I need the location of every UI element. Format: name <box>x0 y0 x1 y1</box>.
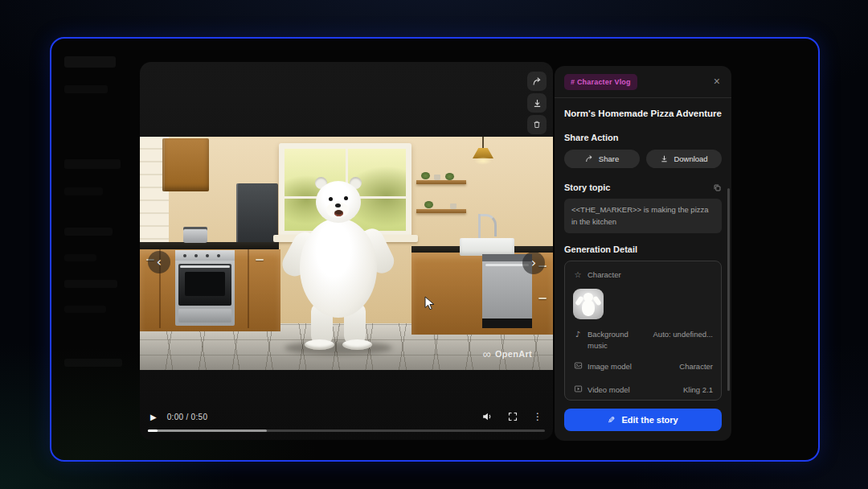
video-player-card: ‹ › ∞ OpenArt ▶ 0:00 / 0:50 <box>140 62 553 440</box>
download-icon <box>660 154 669 163</box>
music-note-icon: ♪ <box>573 329 583 341</box>
shelf-plant <box>421 172 430 179</box>
bear-foot <box>342 339 372 350</box>
image-model-value: Character <box>679 361 713 372</box>
panel-scrollbar[interactable] <box>727 188 730 391</box>
bear-eye <box>344 196 348 200</box>
oven-window <box>185 272 225 296</box>
video-model-row: Video model Kling 2.1 <box>573 384 713 397</box>
dimmed-item <box>64 359 122 367</box>
copy-icon <box>713 183 722 192</box>
story-topic-label: Story topic <box>564 183 610 192</box>
stove-knob <box>217 254 220 257</box>
delete-video-button[interactable] <box>527 115 547 134</box>
volume-icon <box>481 411 493 422</box>
edit-story-label: Edit the story <box>621 415 678 425</box>
video-frame[interactable]: ‹ › ∞ OpenArt <box>140 137 553 370</box>
dimmed-item <box>64 187 103 195</box>
thumb-bear-head <box>583 293 593 302</box>
next-video-button[interactable]: › <box>522 252 545 274</box>
kitchen-shelf <box>416 180 466 184</box>
fullscreen-button[interactable] <box>508 412 518 421</box>
share-button[interactable]: Share <box>564 150 640 168</box>
dimmed-logo <box>64 56 116 68</box>
details-panel: # Character Vlog × Norm's Homemade Pizza… <box>555 66 731 441</box>
dishwasher-kickplate <box>482 318 532 328</box>
copy-topic-button[interactable] <box>713 183 722 192</box>
background-music-value: Auto: undefined... <box>653 329 713 340</box>
download-button-label: Download <box>674 154 707 163</box>
faucet-neck <box>481 214 497 236</box>
bear-nose <box>335 203 341 208</box>
bear-mouth <box>334 210 343 216</box>
image-model-row: Image model Character <box>573 361 713 374</box>
bear-body <box>300 218 377 318</box>
character-label: Character <box>588 269 621 281</box>
close-button[interactable]: × <box>712 74 722 88</box>
prev-video-button[interactable]: ‹ <box>148 251 170 273</box>
stove-knob <box>194 254 198 257</box>
stove-knob <box>206 254 209 257</box>
time-display: 0:00 / 0:50 <box>167 413 208 421</box>
thumb-bear-body <box>582 300 595 316</box>
watermark-text: OpenArt <box>495 349 532 359</box>
pendant-lamp-glow <box>474 157 492 165</box>
share-icon <box>532 76 542 87</box>
star-icon: ☆ <box>573 269 583 281</box>
share-action-label: Share Action <box>564 133 618 142</box>
edit-story-button[interactable]: ✎ Edit the story <box>564 409 722 431</box>
download-icon <box>532 98 542 109</box>
story-topic-heading: Story topic <box>564 183 722 192</box>
dimmed-item <box>64 228 113 236</box>
character-row: ☆ Character <box>573 269 713 281</box>
download-button[interactable]: Download <box>646 150 722 168</box>
player-controls: ▶ 0:00 / 0:50 ⋮ <box>140 410 553 423</box>
dimmed-item <box>64 159 121 169</box>
generation-detail-heading: Generation Detail <box>564 244 722 254</box>
farmhouse-sink <box>460 238 514 256</box>
image-model-label: Image model <box>588 361 632 372</box>
cabinet-handle <box>538 298 547 299</box>
stove-knob <box>183 254 186 257</box>
download-video-button[interactable] <box>527 93 547 113</box>
openart-watermark: ∞ OpenArt <box>483 349 532 359</box>
more-options-button[interactable]: ⋮ <box>533 411 542 422</box>
modal-container: ‹ › ∞ OpenArt ▶ 0:00 / 0:50 <box>50 37 820 462</box>
pendant-lamp <box>482 137 484 149</box>
dimmed-item <box>64 280 117 288</box>
character-thumbnail[interactable] <box>573 289 604 319</box>
page-background: ‹ › ∞ OpenArt ▶ 0:00 / 0:50 <box>0 0 868 489</box>
category-badge: # Character Vlog <box>564 74 637 90</box>
generation-detail-label: Generation Detail <box>564 244 637 254</box>
fullscreen-icon <box>508 412 518 421</box>
dimmed-item <box>64 306 106 313</box>
video-model-icon <box>573 384 583 397</box>
progress-buffered <box>148 429 267 432</box>
kitchen-appliance <box>236 183 278 244</box>
openart-logo-icon: ∞ <box>483 350 491 358</box>
kitchen-upper-cabinet <box>162 138 209 191</box>
share-video-button[interactable] <box>527 72 547 91</box>
player-controls-right: ⋮ <box>481 411 542 422</box>
progress-played <box>148 429 158 432</box>
shelf-plant <box>445 173 454 180</box>
volume-button[interactable] <box>481 411 493 422</box>
video-model-value: Kling 2.1 <box>683 384 713 396</box>
background-music-label: Background music <box>588 329 647 351</box>
trash-icon <box>532 120 542 129</box>
progress-bar[interactable] <box>148 429 545 432</box>
oven-door <box>178 264 231 306</box>
share-action-row: Share Download <box>564 150 722 168</box>
cooking-pot <box>183 227 207 243</box>
bear-eye <box>329 197 333 201</box>
share-action-heading: Share Action <box>564 133 722 142</box>
video-model-label: Video model <box>588 384 630 396</box>
dimmed-item <box>64 85 108 93</box>
share-icon <box>585 154 594 163</box>
play-button[interactable]: ▶ <box>150 413 157 421</box>
dimmed-item <box>64 254 96 261</box>
polar-bear-character <box>294 181 383 354</box>
cabinet-handle <box>256 259 264 261</box>
share-button-label: Share <box>599 154 619 163</box>
panel-header: # Character Vlog × <box>564 74 722 90</box>
